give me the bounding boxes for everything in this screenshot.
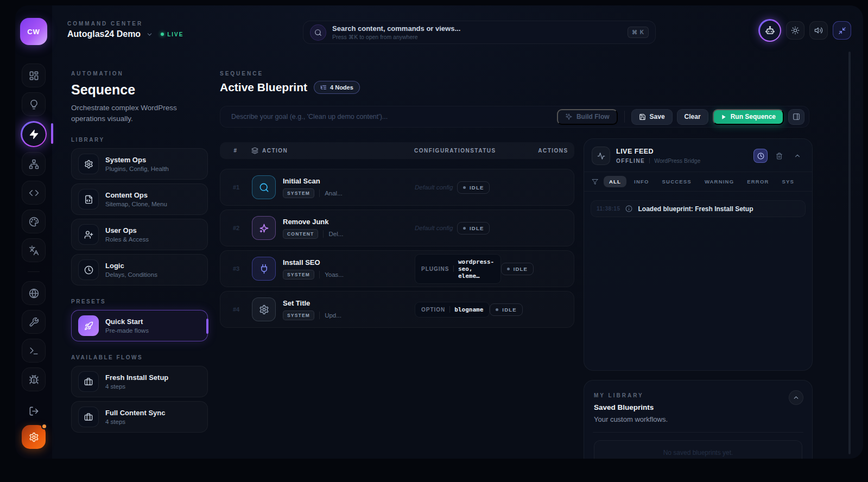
table-row-remove-junk[interactable]: #2 Remove Junk CONTENT Del... Default co… <box>220 210 574 246</box>
my-library-title: Saved Blueprints <box>594 403 802 411</box>
rail-divider <box>28 271 40 272</box>
briefcase-icon <box>78 407 99 427</box>
flows-label: AVAILABLE FLOWS <box>71 354 208 360</box>
rail-item-translate[interactable] <box>22 238 46 262</box>
category-badge: SYSTEM <box>283 188 314 198</box>
sparkles-icon <box>252 216 276 240</box>
filter-tab-warning[interactable]: WARNING <box>699 176 739 187</box>
filter-tab-info[interactable]: INFO <box>629 176 655 187</box>
logout-icon <box>29 406 39 416</box>
sidebar-title: Sequence <box>71 82 208 98</box>
sidebar-description: Orchestrate complex WordPress operations… <box>71 103 196 124</box>
clear-feed-button[interactable] <box>772 149 786 163</box>
collapse-button[interactable] <box>833 21 851 40</box>
flow-fresh-install-setup[interactable]: Fresh Install Setup 4 steps <box>71 366 208 397</box>
search-icon <box>252 175 276 199</box>
clock-icon <box>757 153 764 160</box>
library-item-user-ops[interactable]: User Ops Roles & Access <box>71 219 208 250</box>
page-title: Active Blueprint <box>220 81 307 94</box>
file-code-icon <box>78 189 99 210</box>
lightning-icon <box>22 123 46 146</box>
rail-item-tools[interactable] <box>22 310 46 334</box>
goal-input[interactable] <box>220 106 557 127</box>
rail-item-debug[interactable] <box>22 367 46 391</box>
plug-icon <box>252 257 276 281</box>
logo[interactable]: CW <box>20 18 47 45</box>
build-flow-button[interactable]: Build Flow <box>557 109 618 125</box>
preset-active-indicator <box>206 319 208 334</box>
page-scrollbar[interactable] <box>848 52 851 454</box>
sparkles-icon <box>565 113 573 120</box>
rail-item-sitemap[interactable] <box>22 152 46 176</box>
search-icon <box>310 24 326 41</box>
filter-tab-success[interactable]: SUCCESS <box>657 176 697 187</box>
chevron-down-icon[interactable] <box>146 31 153 38</box>
flow-full-content-sync[interactable]: Full Content Sync 4 steps <box>71 401 208 433</box>
automation-sidebar: AUTOMATION Sequence Orchestrate complex … <box>71 71 208 433</box>
category-badge: SYSTEM <box>283 270 314 280</box>
rail-item-dashboard[interactable] <box>22 64 46 87</box>
sound-button[interactable] <box>809 21 828 40</box>
clear-button[interactable]: Clear <box>677 109 708 125</box>
feed-filter-bar: ALL INFO SUCCESS WARNING ERROR SYS <box>584 172 812 192</box>
feed-status: OFFLINE <box>616 158 645 164</box>
gear-icon <box>78 154 99 174</box>
preset-quick-start[interactable]: Quick Start Pre-made flows <box>71 310 208 341</box>
table-header: # ACTION CONFIGURATION STATUS ACTIONS <box>220 142 574 159</box>
library-item-system-ops[interactable]: System Ops Plugins, Config, Health <box>71 148 208 180</box>
feed-title: LIVE FEED <box>616 148 753 155</box>
global-search[interactable]: Search content, commands or views... Pre… <box>303 21 656 44</box>
filter-tab-error[interactable]: ERROR <box>742 176 774 187</box>
rail-item-globe[interactable] <box>22 281 46 305</box>
divider <box>593 432 803 433</box>
header-configuration: CONFIGURATION <box>414 148 470 154</box>
active-indicator <box>51 123 53 144</box>
log-message: Loaded blueprint: Fresh Install Setup <box>638 205 753 213</box>
run-sequence-button[interactable]: Run Sequence <box>713 109 784 125</box>
info-icon <box>625 205 632 212</box>
nodes-count-badge: 4 Nodes <box>314 81 360 94</box>
history-button[interactable] <box>753 149 768 163</box>
sidebar-section-label: AUTOMATION <box>71 71 208 77</box>
my-library-description: Your custom workflows. <box>594 415 802 423</box>
search-placeholder: Search content, commands or views... <box>332 24 628 33</box>
sitemap-icon <box>29 159 39 169</box>
filter-tab-all[interactable]: ALL <box>604 176 626 187</box>
status-badge: IDLE <box>490 303 522 316</box>
assistant-button[interactable] <box>758 19 781 42</box>
table-row-initial-scan[interactable]: #1 Initial Scan SYSTEM Anal... Default c… <box>220 169 574 206</box>
rail-item-design[interactable] <box>22 210 46 233</box>
panel-toggle-button[interactable] <box>788 109 804 125</box>
user-plus-icon <box>78 224 99 245</box>
sequence-table: # ACTION CONFIGURATION STATUS ACTIONS #1… <box>220 142 574 328</box>
gear-icon <box>252 297 276 321</box>
header-num: # <box>220 148 251 154</box>
filter-tab-sys[interactable]: SYS <box>777 176 800 187</box>
workspace-name[interactable]: Autoglas24 Demo <box>67 29 141 39</box>
layers-icon <box>251 147 258 154</box>
collapse-feed-button[interactable] <box>790 149 804 163</box>
empty-state: No saved blueprints yet. <box>594 440 802 459</box>
collapse-library-button[interactable] <box>789 390 803 405</box>
theme-button[interactable] <box>786 21 804 40</box>
presets-label: PRESETS <box>71 299 208 305</box>
table-row-set-title[interactable]: #4 Set Title SYSTEM Upd... OPTION <box>220 291 574 328</box>
palette-icon <box>29 217 39 227</box>
settings-button[interactable] <box>22 425 46 449</box>
rail-item-sequence-active[interactable] <box>21 121 47 147</box>
settings-gear-icon <box>29 432 39 442</box>
table-row-install-seo[interactable]: #3 Install SEO SYSTEM Yoas... PLUGINS <box>220 250 574 287</box>
library-item-logic[interactable]: Logic Delays, Conditions <box>71 254 208 286</box>
clock-icon <box>78 259 99 280</box>
library-item-content-ops[interactable]: Content Ops Sitemap, Clone, Menu <box>71 183 208 215</box>
rail-item-ideas[interactable] <box>22 92 46 116</box>
save-button[interactable]: Save <box>631 109 673 125</box>
bug-icon <box>29 375 39 385</box>
chevron-up-icon <box>793 394 800 401</box>
category-badge: SYSTEM <box>283 310 314 320</box>
rail-item-code[interactable] <box>22 181 46 205</box>
rail-item-terminal[interactable] <box>22 339 46 363</box>
logout-button[interactable] <box>29 406 39 416</box>
search-hint: Press ⌘K to open from anywhere <box>332 34 628 40</box>
volume-icon <box>814 26 823 35</box>
